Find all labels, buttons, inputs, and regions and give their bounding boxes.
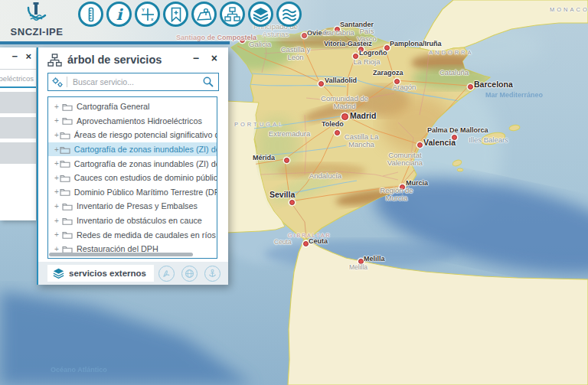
city-dot <box>384 45 390 51</box>
horizontal-scrollbar[interactable] <box>49 253 193 256</box>
external-services-label: servicios externos <box>69 269 146 278</box>
toolbar-button-coordinates[interactable]: Y x <box>135 2 160 27</box>
search-icon[interactable] <box>202 76 214 88</box>
tree-item[interactable]: + Dominio Público Marítimo Terrestre (DP… <box>48 185 217 200</box>
tree-item[interactable]: + Cartografía de zonas inundables (ZI) d… <box>48 156 217 171</box>
expand-toggle[interactable]: + <box>54 188 59 196</box>
app-logo: SNCZI-IPE <box>6 2 67 38</box>
expand-toggle[interactable]: + <box>54 103 61 111</box>
services-tree-panel: árbol de servicios − × + Cartografía Gen… <box>37 47 228 285</box>
globe-icon <box>185 269 194 279</box>
tree-item-label: Áreas de riesgo potencial significativo … <box>74 130 217 139</box>
services-panel-footer: servicios externos <box>38 262 228 285</box>
city-dot-madrid <box>341 113 348 120</box>
minimize-button[interactable]: − <box>11 51 18 61</box>
tree-item[interactable]: + Áreas de riesgo potencial significativ… <box>48 128 217 142</box>
expand-toggle[interactable]: + <box>54 230 61 239</box>
divider <box>67 77 67 87</box>
anchor-button[interactable] <box>204 266 220 282</box>
expand-toggle[interactable]: + <box>54 174 59 182</box>
services-tree-list: + Cartografía General + Aprovechamientos… <box>47 96 217 259</box>
folder-icon <box>62 217 73 225</box>
snczi-logo-icon <box>24 2 50 24</box>
services-tree-icon <box>47 54 62 67</box>
toolbar-button-info[interactable]: i <box>106 2 132 27</box>
city-dot <box>318 81 324 86</box>
search-input[interactable] <box>71 77 202 87</box>
coordinates-icon: Y x <box>139 6 156 23</box>
tree-item-label: Cartografía General <box>77 102 149 111</box>
city-dot <box>452 135 457 140</box>
tree-item[interactable]: + Cartografía General <box>48 100 217 114</box>
waves-icon <box>282 8 297 21</box>
tree-item[interactable]: + Redes de medida de caudales en ríos <box>48 227 217 242</box>
service-gears-icon <box>51 77 64 88</box>
pdf-icon <box>162 269 172 279</box>
city-dot <box>400 184 405 190</box>
tree-item[interactable]: + Cauces con estudios de dominio público… <box>48 171 217 185</box>
pdf-export-button[interactable] <box>158 266 175 282</box>
tree-item-label: Dominio Público Marítimo Terrestre (DPMT… <box>74 188 217 197</box>
external-services-button[interactable]: servicios externos <box>47 265 154 282</box>
tree-item-label: Redes de medida de caudales en ríos <box>77 230 216 240</box>
folder-icon <box>60 159 70 168</box>
left-partial-panel: − × oeléctricos <box>0 47 36 220</box>
expand-toggle[interactable]: + <box>54 202 61 210</box>
close-button[interactable]: × <box>25 51 31 61</box>
toolbar-button-services-tree[interactable] <box>220 2 245 27</box>
layers-icon <box>53 268 64 279</box>
left-panel-header: − × <box>0 47 36 69</box>
main-toolbar: i Y x <box>78 2 302 27</box>
bookmark-add-icon <box>169 7 183 22</box>
info-icon: i <box>116 7 122 22</box>
ruler-icon <box>83 7 99 22</box>
folder-icon <box>62 103 73 111</box>
city-dot <box>353 54 358 59</box>
tree-item-selected[interactable]: + Cartografía de zonas inundables (ZI) d… <box>48 142 217 157</box>
expand-toggle[interactable]: + <box>54 145 59 154</box>
services-tree-icon <box>224 7 240 21</box>
city-dot <box>335 130 340 135</box>
close-button[interactable]: × <box>211 53 217 64</box>
folder-icon <box>62 202 73 210</box>
toolbar-button-ruler[interactable] <box>78 2 103 27</box>
city-dot <box>394 79 400 84</box>
service-search-box <box>47 73 219 91</box>
expand-toggle[interactable]: + <box>54 131 59 139</box>
minimize-button[interactable]: − <box>193 53 199 64</box>
left-panel-row <box>0 142 36 164</box>
layers-icon <box>253 7 269 22</box>
app-logo-text: SNCZI-IPE <box>6 26 67 38</box>
tree-item[interactable]: + Aprovechamientos Hidroeléctricos <box>48 114 217 129</box>
toolbar-button-layers[interactable] <box>248 2 273 27</box>
city-dot <box>289 200 295 205</box>
svg-text:x: x <box>151 17 154 21</box>
globe-button[interactable] <box>181 266 198 282</box>
folder-icon <box>60 145 70 154</box>
expand-toggle[interactable]: + <box>54 159 59 168</box>
tree-item-label: Cauces con estudios de dominio público h… <box>74 173 217 182</box>
tree-item[interactable]: + Inventario de obstáculos en cauce <box>48 214 217 228</box>
city-dot <box>303 241 309 246</box>
anchor-icon <box>207 269 217 279</box>
city-dot <box>284 158 289 163</box>
folder-icon <box>60 188 70 196</box>
left-panel-partial-text: oeléctricos <box>0 69 36 88</box>
header-accent-bar <box>0 41 230 44</box>
expand-toggle[interactable]: + <box>54 116 61 125</box>
toolbar-button-bookmark[interactable] <box>163 2 188 27</box>
toolbar-button-waves[interactable] <box>276 2 302 27</box>
map-pin-icon <box>196 7 212 22</box>
folder-icon <box>60 131 70 139</box>
panel-title: árbol de servicios <box>67 54 162 66</box>
toolbar-button-map-pin[interactable] <box>191 2 217 27</box>
tree-item-label: Cartografía de zonas inundables (ZI) de … <box>74 145 217 154</box>
tree-item[interactable]: + Inventario de Presas y Embalses <box>48 199 217 214</box>
tree-item-label: Inventario de obstáculos en cauce <box>77 216 202 225</box>
folder-icon <box>62 230 73 239</box>
city-dot <box>417 142 423 148</box>
svg-text:Y: Y <box>142 8 145 12</box>
folder-icon <box>62 116 73 125</box>
expand-toggle[interactable]: + <box>54 217 61 225</box>
city-dot <box>358 259 364 264</box>
